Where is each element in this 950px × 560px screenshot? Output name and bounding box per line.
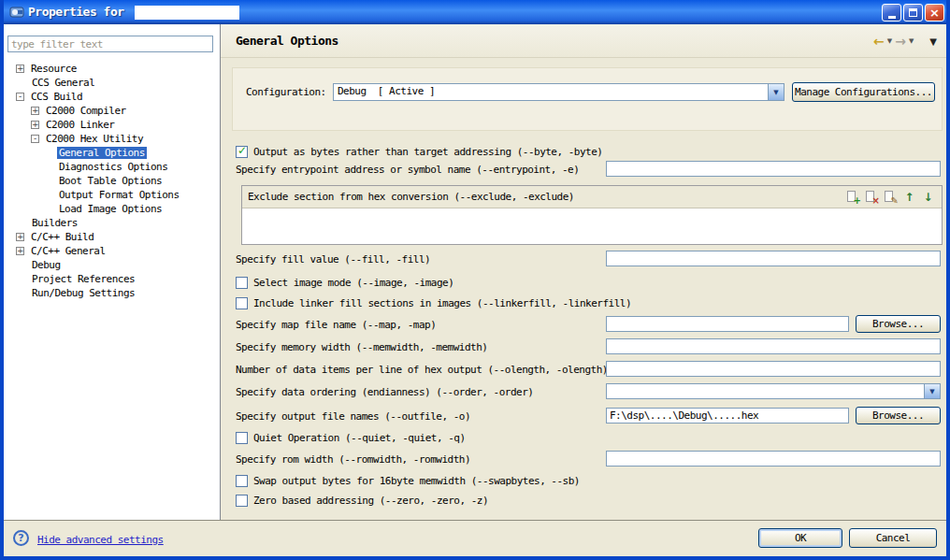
tree-item-diagnostics-options[interactable]: Diagnostics Options	[4, 160, 219, 174]
dropdown-button[interactable]: ▼	[768, 84, 784, 100]
sidebar: + Resource CCS General - CCS Build + C20…	[4, 24, 221, 520]
tree-item-label: Project References	[30, 273, 137, 285]
tree-item-output-format-options[interactable]: Output Format Options	[4, 188, 219, 202]
back-icon[interactable]: ←	[873, 35, 885, 48]
configuration-section: Configuration: Debug [ Active ] ▼ Manage…	[232, 67, 943, 131]
outfile-label: Specify output file names (--outfile, -o…	[236, 410, 470, 424]
zero-label: Zero based addressing (--zero, -zero, -z…	[253, 495, 488, 507]
tree-item-label: Boot Table Options	[57, 175, 164, 187]
forward-icon[interactable]: →	[895, 35, 906, 48]
expand-toggle-icon[interactable]: +	[16, 233, 24, 241]
minimize-button[interactable]	[882, 4, 901, 22]
cancel-button[interactable]: Cancel	[849, 528, 937, 548]
tree-item-builders[interactable]: Builders	[4, 216, 219, 230]
tree-item-c2000-hex-utility[interactable]: - C2000 Hex Utility	[4, 132, 219, 146]
map-browse-button[interactable]: Browse...	[856, 315, 941, 333]
memwidth-input[interactable]	[606, 338, 941, 354]
remove-icon[interactable]: ×	[864, 190, 880, 205]
image-mode-checkbox[interactable]	[236, 277, 248, 289]
move-up-icon[interactable]: ↑	[901, 190, 917, 205]
tree-item-project-references[interactable]: Project References	[4, 272, 219, 286]
close-button[interactable]: ×	[925, 4, 944, 22]
history-nav: ← ▼ → ▼ ▼	[873, 35, 937, 48]
tree-item-label: Load Image Options	[57, 203, 164, 215]
window-icon	[9, 5, 24, 20]
properties-tree: + Resource CCS General - CCS Build + C20…	[4, 62, 219, 300]
title-bar[interactable]: Properties for ×	[4, 0, 946, 24]
dropdown-button[interactable]: ▼	[924, 384, 940, 398]
swapbytes-label: Swap output bytes for 16byte memwidth (-…	[253, 475, 580, 487]
edit-icon[interactable]: ✎	[883, 190, 899, 205]
exclude-section-header: Exclude section from hex conversion (--e…	[242, 186, 942, 208]
linkerfill-option-row: Include linker fill sections in images (…	[236, 296, 631, 310]
quiet-checkbox[interactable]	[236, 432, 248, 444]
swapbytes-checkbox[interactable]	[236, 475, 248, 487]
arrow-up-glyph: ↑	[904, 193, 914, 202]
expand-toggle-icon[interactable]: +	[16, 65, 24, 73]
romwidth-label: Specify rom width (--romwidth, -romwidth…	[236, 453, 470, 467]
olength-input[interactable]	[606, 361, 941, 377]
zero-checkbox[interactable]	[236, 495, 248, 507]
configuration-select[interactable]: Debug [ Active ] ▼	[333, 83, 784, 101]
check-icon: ✓	[238, 144, 247, 157]
tree-item-label: C2000 Compiler	[44, 105, 128, 117]
tree-item-resource[interactable]: + Resource	[4, 62, 219, 76]
tree-item-boot-table-options[interactable]: Boot Table Options	[4, 174, 219, 188]
outfile-browse-button[interactable]: Browse...	[856, 407, 941, 424]
tree-item-label: Output Format Options	[57, 189, 181, 201]
view-menu-icon[interactable]: ▼	[929, 36, 937, 47]
help-icon[interactable]: ?	[13, 530, 29, 546]
expand-toggle-icon[interactable]: +	[31, 121, 39, 129]
outfile-input[interactable]	[606, 408, 849, 424]
tree-item-c2000-compiler[interactable]: + C2000 Compiler	[4, 104, 219, 118]
tree-item-cpp-general[interactable]: + C/C++ General	[4, 244, 219, 258]
map-input[interactable]	[606, 316, 849, 332]
tree-item-label: Diagnostics Options	[57, 161, 169, 173]
window-title: Properties for	[28, 0, 124, 24]
expand-toggle-icon[interactable]: +	[31, 107, 39, 115]
order-select[interactable]: ▼	[606, 383, 941, 399]
romwidth-input[interactable]	[606, 451, 941, 467]
quiet-label: Quiet Operation (--quiet, -quiet, -q)	[253, 432, 466, 444]
entrypoint-input[interactable]	[606, 161, 941, 177]
pencil-glyph: ✎	[891, 196, 899, 206]
tree-item-ccs-general[interactable]: CCS General	[4, 76, 219, 90]
tree-item-debug[interactable]: Debug	[4, 258, 219, 272]
tree-item-ccs-build[interactable]: - CCS Build	[4, 90, 219, 104]
back-dropdown-icon[interactable]: ▼	[887, 37, 892, 45]
move-down-icon[interactable]: ↓	[920, 190, 936, 205]
olength-label: Number of data items per line of hex out…	[236, 364, 608, 377]
forward-dropdown-icon[interactable]: ▼	[909, 37, 914, 45]
collapse-toggle-icon[interactable]: -	[31, 135, 39, 143]
expand-toggle-icon[interactable]: +	[16, 247, 24, 255]
exclude-section-list[interactable]	[242, 208, 942, 244]
tree-item-c2000-linker[interactable]: + C2000 Linker	[4, 118, 219, 132]
tree-item-load-image-options[interactable]: Load Image Options	[4, 202, 219, 216]
add-icon[interactable]: +	[845, 190, 861, 205]
fill-input[interactable]	[606, 251, 941, 266]
swapbytes-option-row: Swap output bytes for 16byte memwidth (-…	[236, 474, 580, 488]
linkerfill-label: Include linker fill sections in images (…	[253, 297, 631, 309]
tree-item-general-options[interactable]: General Options	[4, 146, 219, 160]
tree-item-label: CCS Build	[29, 91, 84, 103]
ok-button[interactable]: OK	[758, 528, 842, 548]
collapse-toggle-icon[interactable]: -	[16, 93, 24, 101]
minimize-icon	[888, 16, 896, 19]
tree-item-cpp-build[interactable]: + C/C++ Build	[4, 230, 219, 244]
page-title: General Options	[236, 34, 338, 48]
tree-item-run-debug-settings[interactable]: Run/Debug Settings	[4, 286, 219, 300]
maximize-button[interactable]	[903, 4, 923, 22]
manage-configurations-button[interactable]: Manage Configurations...	[792, 82, 935, 102]
byte-checkbox[interactable]: ✓	[236, 146, 248, 158]
tree-item-label: Debug	[30, 259, 63, 271]
page-header: General Options ← ▼ → ▼ ▼	[221, 24, 946, 58]
linkerfill-checkbox[interactable]	[236, 297, 248, 309]
arrow-down-glyph: ↓	[923, 193, 932, 202]
tree-item-label: C/C++ Build	[29, 231, 95, 243]
filter-input[interactable]	[7, 36, 213, 52]
chevron-down-icon: ▼	[929, 388, 934, 395]
configuration-label: Configuration:	[246, 86, 326, 98]
hide-advanced-settings-link[interactable]: Hide advanced settings	[37, 534, 164, 546]
plus-glyph: +	[854, 196, 861, 206]
maximize-icon	[909, 8, 917, 17]
